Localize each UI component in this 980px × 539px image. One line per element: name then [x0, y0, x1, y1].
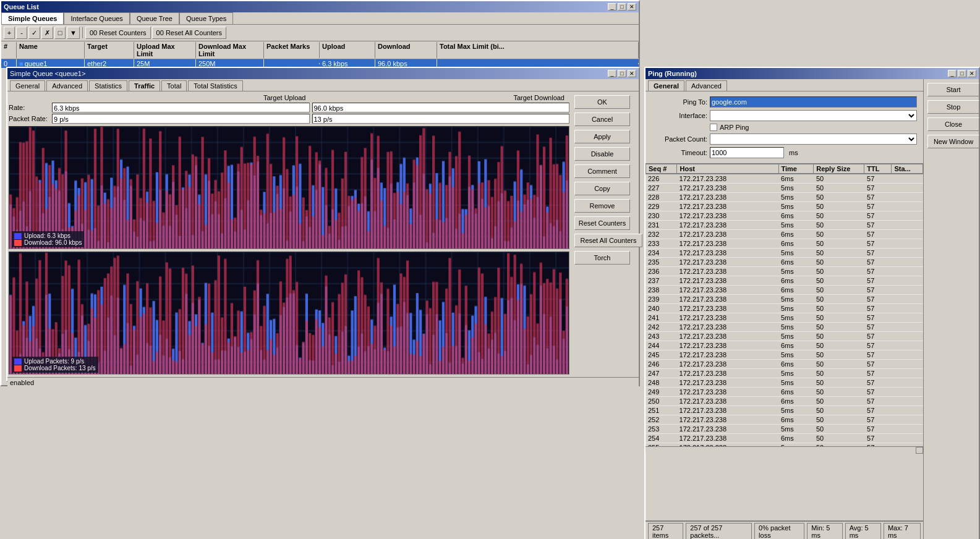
ping-row[interactable]: 236 172.217.23.238 5ms 50 57 — [646, 267, 923, 276]
col-total[interactable]: Total Max Limit (bi... — [437, 42, 639, 58]
ping-row[interactable]: 251 172.217.23.238 5ms 50 57 — [646, 406, 923, 415]
ping-row[interactable]: 250 172.217.23.238 6ms 50 57 — [646, 397, 923, 406]
cell-seq: 230 — [646, 211, 677, 221]
ping-row[interactable]: 231 172.217.23.238 5ms 50 57 — [646, 221, 923, 230]
horiz-scroll-track[interactable] — [646, 447, 916, 454]
ping-row[interactable]: 247 172.217.23.238 5ms 50 57 — [646, 369, 923, 378]
ping-row[interactable]: 254 172.217.23.238 6ms 50 57 — [646, 434, 923, 443]
torch-button[interactable]: Torch — [574, 251, 630, 265]
ping-maximize[interactable]: □ — [958, 70, 966, 77]
ping-to-input[interactable] — [710, 96, 917, 108]
tab-advanced[interactable]: Advanced — [46, 80, 88, 91]
reset-all-counters-button[interactable]: Reset All Counters — [574, 234, 642, 247]
ping-close-title[interactable]: ✕ — [968, 70, 976, 77]
ping-close-button[interactable]: Close — [927, 117, 979, 131]
tab-queue-tree[interactable]: Queue Tree — [130, 12, 179, 24]
ping-row[interactable]: 252 172.217.23.238 6ms 50 57 — [646, 415, 923, 425]
ping-row[interactable]: 232 172.217.23.238 6ms 50 57 — [646, 230, 923, 239]
ping-row[interactable]: 241 172.217.23.238 5ms 50 57 — [646, 313, 923, 323]
tab-general[interactable]: General — [10, 80, 45, 91]
tab-traffic[interactable]: Traffic — [129, 80, 160, 91]
cell-host: 172.217.23.238 — [677, 323, 778, 332]
col-packet-marks[interactable]: Packet Marks — [264, 42, 320, 58]
arp-ping-checkbox[interactable] — [710, 124, 717, 131]
timeout-input[interactable] — [710, 147, 784, 158]
copy-action-button[interactable]: Copy — [574, 182, 630, 195]
enable-button[interactable]: ✓ — [28, 27, 40, 39]
sq-minimize[interactable]: _ — [608, 70, 616, 77]
disable-button[interactable]: Disable — [574, 147, 630, 161]
th-host[interactable]: Host — [677, 164, 778, 174]
tab-ping-general[interactable]: General — [648, 80, 684, 91]
ping-row[interactable]: 235 172.217.23.238 6ms 50 57 — [646, 258, 923, 267]
ping-row[interactable]: 239 172.217.23.238 5ms 50 57 — [646, 295, 923, 304]
tab-queue-types[interactable]: Queue Types — [179, 12, 233, 24]
ping-row[interactable]: 230 172.217.23.238 6ms 50 57 — [646, 211, 923, 221]
sq-close[interactable]: ✕ — [628, 70, 636, 77]
ping-row[interactable]: 238 172.217.23.238 6ms 50 57 — [646, 286, 923, 295]
tab-interface-queues[interactable]: Interface Queues — [64, 12, 129, 24]
horiz-scrollbar[interactable] — [646, 446, 923, 454]
ping-row[interactable]: 246 172.217.23.238 6ms 50 57 — [646, 360, 923, 369]
th-seq[interactable]: Seq # — [646, 164, 677, 174]
copy-button[interactable]: □ — [54, 27, 66, 39]
ping-row[interactable]: 226 172.217.23.238 6ms 50 57 — [646, 174, 923, 184]
ping-row[interactable]: 243 172.217.23.238 5ms 50 57 — [646, 332, 923, 341]
start-button[interactable]: Start — [927, 83, 979, 96]
reset-all-button[interactable]: 00 Reset All Counters — [152, 27, 226, 39]
ping-minimize[interactable]: _ — [948, 70, 957, 77]
cell-size: 50 — [814, 397, 864, 406]
ping-row[interactable]: 229 172.217.23.238 5ms 50 57 — [646, 202, 923, 211]
th-sta[interactable]: Sta... — [892, 164, 923, 174]
apply-button[interactable]: Apply — [574, 130, 630, 143]
reset-counters-button[interactable]: 00 Reset Counters — [85, 27, 151, 39]
cell-size: 50 — [814, 211, 864, 221]
cancel-button[interactable]: Cancel — [574, 112, 630, 126]
close-button[interactable]: ✕ — [628, 3, 636, 11]
tab-total[interactable]: Total — [161, 80, 187, 91]
ping-row[interactable]: 248 172.217.23.238 5ms 50 57 — [646, 378, 923, 388]
ping-row[interactable]: 240 172.217.23.238 5ms 50 57 — [646, 304, 923, 313]
sq-maximize[interactable]: □ — [618, 70, 626, 77]
filter-button[interactable]: ▼ — [67, 27, 80, 39]
col-download-max[interactable]: Download Max Limit — [196, 42, 264, 58]
ping-row[interactable]: 253 172.217.23.238 5ms 50 57 — [646, 425, 923, 434]
ping-row[interactable]: 249 172.217.23.238 6ms 50 57 — [646, 388, 923, 397]
th-ttl[interactable]: TTL — [864, 164, 892, 174]
remove-button[interactable]: - — [16, 27, 27, 39]
ok-button[interactable]: OK — [574, 95, 630, 109]
col-upload-max[interactable]: Upload Max Limit — [134, 42, 196, 58]
col-target[interactable]: Target — [85, 42, 134, 58]
tab-statistics[interactable]: Statistics — [89, 80, 127, 91]
col-download[interactable]: Download — [375, 42, 437, 58]
remove-button[interactable]: Remove — [574, 199, 630, 213]
tab-simple-queues[interactable]: Simple Queues — [1, 12, 64, 24]
tab-ping-advanced[interactable]: Advanced — [686, 80, 727, 91]
ping-row[interactable]: 244 172.217.23.238 6ms 50 57 — [646, 341, 923, 350]
ping-row[interactable]: 245 172.217.23.238 5ms 50 57 — [646, 350, 923, 360]
ping-row[interactable]: 228 172.217.23.238 5ms 50 57 — [646, 193, 923, 202]
ping-row[interactable]: 237 172.217.23.238 6ms 50 57 — [646, 276, 923, 286]
ping-scroll-area[interactable]: 226 172.217.23.238 6ms 50 57 227 172.217… — [646, 174, 923, 446]
stop-button[interactable]: Stop — [927, 100, 979, 114]
col-num[interactable]: # — [1, 42, 17, 58]
interface-select[interactable] — [710, 110, 917, 121]
cell-size: 50 — [814, 239, 864, 248]
maximize-button[interactable]: □ — [618, 3, 626, 11]
packet-count-select[interactable] — [710, 134, 917, 145]
th-time[interactable]: Time — [778, 164, 814, 174]
ping-row[interactable]: 242 172.217.23.238 5ms 50 57 — [646, 323, 923, 332]
ping-row[interactable]: 227 172.217.23.238 5ms 50 57 — [646, 184, 923, 193]
minimize-button[interactable]: _ — [608, 3, 616, 11]
col-name[interactable]: Name — [17, 42, 85, 58]
th-size[interactable]: Reply Size — [814, 164, 864, 174]
col-upload[interactable]: Upload — [320, 42, 375, 58]
disable-button[interactable]: ✗ — [41, 27, 53, 39]
add-button[interactable]: + — [4, 27, 15, 39]
tab-total-statistics[interactable]: Total Statistics — [188, 80, 242, 91]
new-window-button[interactable]: New Window — [927, 135, 979, 148]
ping-row[interactable]: 233 172.217.23.238 6ms 50 57 — [646, 239, 923, 248]
ping-row[interactable]: 234 172.217.23.238 5ms 50 57 — [646, 248, 923, 258]
comment-button[interactable]: Comment — [574, 164, 630, 178]
reset-counters-button[interactable]: Reset Counters — [574, 216, 630, 230]
